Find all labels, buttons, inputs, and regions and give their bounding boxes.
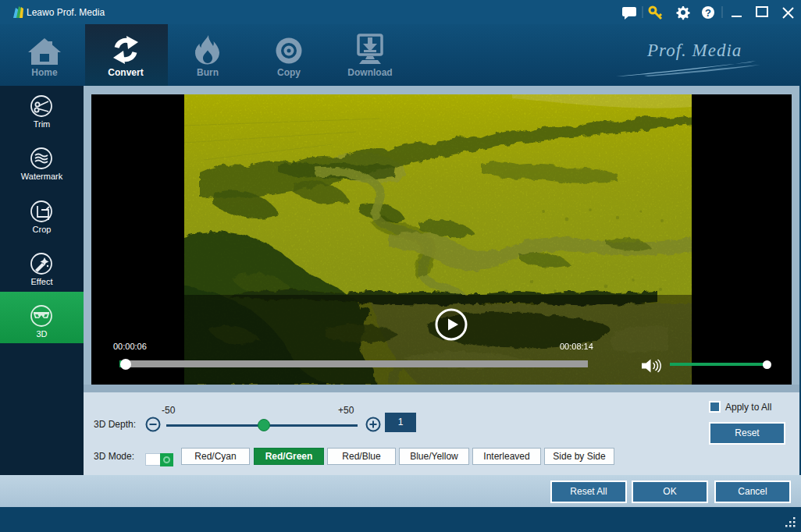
- svg-text:?: ?: [705, 7, 711, 19]
